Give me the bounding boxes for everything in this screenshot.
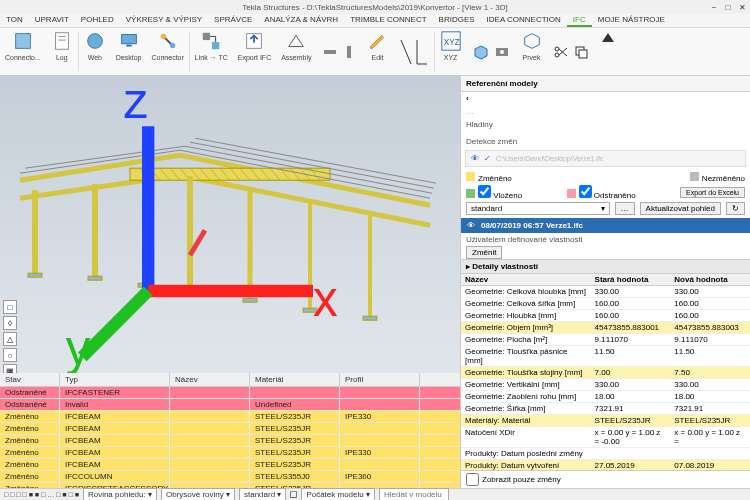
table-row[interactable]: ZměněnoIFCBEAMSTEEL/S235JR [0, 459, 460, 471]
table-row[interactable]: OdstraněnéIFCFASTENER [0, 387, 460, 399]
menu-tab-mojenstroje[interactable]: MOJE NÁSTROJE [592, 14, 671, 27]
menu-tab-ideaconnection[interactable]: IDEA CONNECTION [481, 14, 567, 27]
beam-icon[interactable] [322, 44, 338, 60]
tool-4-icon[interactable]: ○ [3, 348, 17, 362]
tool-2-icon[interactable]: ◊ [3, 316, 17, 330]
table-row[interactable]: ZměněnoIFCCOLUMNSTEEL/S355J0IPE360 [0, 471, 460, 483]
detail-row[interactable]: Geometrie: Celková hloubka [mm]330.00330… [461, 286, 750, 298]
detail-row[interactable]: Geometrie: Tloušťka pásnice [mm]11.5011.… [461, 346, 750, 367]
export-excel-btn[interactable]: Export do Excelu [680, 187, 745, 198]
zmenit-btn[interactable]: Změnit [466, 246, 502, 259]
status-dropdown3[interactable]: standard ▾ [239, 488, 286, 500]
status-dropdown2[interactable]: Obrysové roviny ▾ [161, 488, 235, 500]
window-title: Tekla Structures - D:\TeklaStructuresMod… [242, 3, 507, 12]
copy-icon[interactable] [573, 44, 589, 60]
up-btn[interactable] [594, 28, 622, 75]
detail-row[interactable]: Geometrie: Šířka [mm]7321.917321.91 [461, 403, 750, 415]
mt-col-1[interactable]: Typ [60, 373, 170, 386]
export-btn[interactable]: Export IFC [233, 28, 276, 75]
detail-row[interactable]: Produkty: Datum vytvoření27.05.201907.08… [461, 460, 750, 470]
mt-col-4[interactable]: Profil [340, 373, 420, 386]
close-icon[interactable]: ✕ [737, 2, 747, 12]
table-row[interactable]: ZměněnoIFCBEAMSTEEL/S235JRIPE330 [0, 411, 460, 423]
log-icon [51, 30, 73, 52]
detail-row[interactable]: Geometrie: Zaoblení rohu [mm]18.0018.00 [461, 391, 750, 403]
connector-icon [157, 30, 179, 52]
svg-line-22 [559, 49, 567, 56]
menu-tab-trimbleconnect[interactable]: TRIMBLE CONNECT [344, 14, 432, 27]
detail-row[interactable]: Geometrie: Hloubka [mm]160.00160.00 [461, 310, 750, 322]
table-row[interactable]: OdstraněnéInvalidUndefined [0, 399, 460, 411]
maximize-icon[interactable]: □ [723, 2, 733, 12]
minimize-icon[interactable]: − [709, 2, 719, 12]
file-bar[interactable]: 👁 08/07/2019 06:57 Verze1.ifc [461, 218, 750, 233]
menu-tab-sprvce[interactable]: SPRÁVCE [208, 14, 258, 27]
bracket-icon[interactable] [415, 38, 429, 66]
assembly-btn[interactable]: Assembly [276, 28, 316, 75]
table-row[interactable]: ZměněnoIFCBEAMSTEEL/S235JRIPE330 [0, 447, 460, 459]
detail-row[interactable]: Geometrie: Objem [mm³]45473855.883001454… [461, 322, 750, 334]
detail-row[interactable]: Produkty: Datum poslední změny [461, 448, 750, 460]
svg-point-19 [500, 50, 504, 54]
svg-rect-0 [16, 34, 31, 49]
connector-btn[interactable]: Connecto... [0, 28, 46, 75]
detail-row[interactable]: Materiály: MateriálSTEEL/S235JRSTEEL/S23… [461, 415, 750, 427]
table-row[interactable]: ZměněnoIFCBEAMSTEEL/S235JR [0, 435, 460, 447]
column-icon[interactable] [341, 44, 357, 60]
menu-tab-ifc[interactable]: IFC [567, 14, 592, 27]
edit-btn[interactable]: Edit [362, 28, 394, 75]
menu-tab-bridges[interactable]: BRIDGES [433, 14, 481, 27]
menu-tab-upravit[interactable]: UPRAVIT [29, 14, 75, 27]
link-icon [200, 30, 222, 52]
browse-btn[interactable]: … [615, 202, 635, 215]
log-btn[interactable]: Log [46, 28, 78, 75]
odstraneno-check[interactable] [579, 185, 592, 198]
menu-tab-pohled[interactable]: POHLED [75, 14, 120, 27]
box-icon[interactable] [472, 43, 490, 61]
mt-col-2[interactable]: Název [170, 373, 250, 386]
update-view-btn[interactable]: Aktualizovat pohled [640, 202, 721, 215]
hladiny-label[interactable]: Hladiny [461, 118, 750, 131]
eye-icon[interactable]: 👁 [471, 154, 479, 163]
tool-3-icon[interactable]: △ [3, 332, 17, 346]
xyz-btn[interactable]: XYZ XYZ [435, 28, 467, 75]
connector2-btn[interactable]: Connector [147, 28, 189, 75]
3d-viewport[interactable]: z x y □ ◊ △ ○ ▦ StavTypNázevMateriálProf… [0, 76, 460, 488]
refresh-btn[interactable]: ↻ [726, 202, 745, 215]
detail-row[interactable]: Geometrie: Celková šířka [mm]160.00160.0… [461, 298, 750, 310]
back-icon[interactable]: ‹ [466, 94, 469, 103]
status-dropdown1[interactable]: Rovina pohledu: ▾ [83, 488, 157, 500]
table-row[interactable]: ZměněnoIFCDISCRETEACCESSORYSTEEL/S235JR [0, 483, 460, 488]
menu-tab-ton[interactable]: TON [0, 14, 29, 27]
line-tool-icon[interactable] [399, 38, 413, 66]
show-changes-check[interactable]: Zobrazit pouze změny [466, 473, 745, 486]
check-icon[interactable]: ✓ [484, 154, 491, 163]
prvek-btn[interactable]: Prvek [516, 28, 548, 75]
standard-dropdown[interactable]: standard ▾ [466, 202, 610, 215]
svg-rect-13 [324, 50, 336, 54]
detail-row[interactable]: Geometrie: Vertikální [mm]330.00330.00 [461, 379, 750, 391]
details-title[interactable]: Detaily vlastností [472, 262, 538, 271]
userprops-label: Uživatelem definované vlastnosti [461, 233, 750, 246]
detail-row[interactable]: Geometrie: Tloušťka stojiny [mm]7.007.50 [461, 367, 750, 379]
detail-row[interactable]: Geometrie: Plocha [m²]9.1110709.111070 [461, 334, 750, 346]
scissors-icon[interactable] [553, 44, 569, 60]
link-btn[interactable]: Link → TC [190, 28, 233, 75]
mt-col-0[interactable]: Stav [0, 373, 60, 386]
filepath: C:\Users\David\Desktop\Verze1.ifc [496, 155, 603, 162]
xyz-icon: XYZ [440, 30, 462, 52]
detail-row[interactable]: Natočení XDirx = 0.00 y = 1.00 z = -0.00… [461, 427, 750, 448]
status-dropdown4[interactable]: Počátek modelu ▾ [301, 488, 375, 500]
vlozeno-check[interactable] [478, 185, 491, 198]
web-btn[interactable]: Web [79, 28, 111, 75]
desktop-icon [118, 30, 140, 52]
table-row[interactable]: ZměněnoIFCBEAMSTEEL/S235JR [0, 423, 460, 435]
desktop-btn[interactable]: Desktop [111, 28, 147, 75]
menu-tab-vkresyvpisy[interactable]: VÝKRESY & VÝPISY [120, 14, 208, 27]
mt-col-3[interactable]: Materiál [250, 373, 340, 386]
tool-1-icon[interactable]: □ [3, 300, 17, 314]
menu-tab-analzanvrh[interactable]: ANALÝZA & NÁVRH [258, 14, 344, 27]
svg-line-15 [401, 40, 411, 64]
search-model-input[interactable] [379, 488, 449, 500]
camera-icon[interactable] [493, 43, 511, 61]
